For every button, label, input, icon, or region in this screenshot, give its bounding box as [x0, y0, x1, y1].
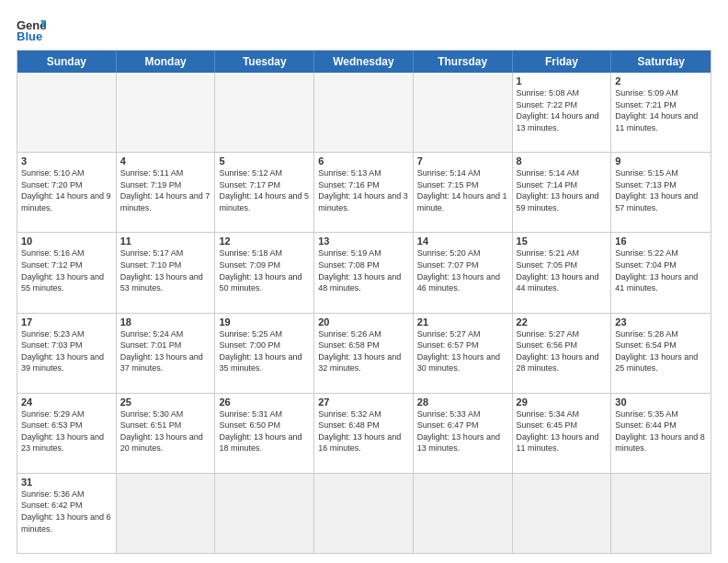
day-number: 20 [318, 316, 409, 327]
day-number: 11 [120, 236, 211, 247]
day-info: Sunrise: 5:26 AM Sunset: 6:58 PM Dayligh… [318, 328, 409, 374]
calendar: SundayMondayTuesdayWednesdayThursdayFrid… [17, 50, 711, 554]
day-cell-19: 19Sunrise: 5:25 AM Sunset: 7:00 PM Dayli… [215, 314, 314, 393]
day-cell-12: 12Sunrise: 5:18 AM Sunset: 7:09 PM Dayli… [215, 233, 314, 312]
day-number: 7 [417, 155, 508, 167]
day-cell-28: 28Sunrise: 5:33 AM Sunset: 6:47 PM Dayli… [414, 394, 513, 473]
day-info: Sunrise: 5:25 AM Sunset: 7:00 PM Dayligh… [219, 328, 310, 374]
calendar-row: 3Sunrise: 5:10 AM Sunset: 7:20 PM Daylig… [17, 153, 711, 233]
weekday-header-sunday: Sunday [17, 51, 117, 73]
day-cell-15: 15Sunrise: 5:21 AM Sunset: 7:05 PM Dayli… [513, 233, 612, 312]
day-info: Sunrise: 5:18 AM Sunset: 7:09 PM Dayligh… [219, 247, 310, 293]
day-number: 14 [417, 236, 508, 247]
day-number: 30 [615, 396, 707, 408]
day-number: 10 [21, 236, 112, 247]
empty-cell [215, 73, 314, 152]
logo: General Blue [17, 17, 46, 42]
day-cell-11: 11Sunrise: 5:17 AM Sunset: 7:10 PM Dayli… [117, 233, 216, 312]
day-info: Sunrise: 5:23 AM Sunset: 7:03 PM Dayligh… [21, 328, 112, 374]
day-number: 5 [219, 155, 310, 167]
calendar-row: 1Sunrise: 5:08 AM Sunset: 7:22 PM Daylig… [17, 73, 711, 153]
day-info: Sunrise: 5:21 AM Sunset: 7:05 PM Dayligh… [517, 247, 608, 293]
day-info: Sunrise: 5:17 AM Sunset: 7:10 PM Dayligh… [120, 247, 211, 293]
day-info: Sunrise: 5:14 AM Sunset: 7:15 PM Dayligh… [417, 167, 508, 213]
empty-cell [117, 474, 216, 553]
day-info: Sunrise: 5:31 AM Sunset: 6:50 PM Dayligh… [219, 408, 310, 454]
day-cell-17: 17Sunrise: 5:23 AM Sunset: 7:03 PM Dayli… [17, 314, 117, 393]
calendar-row: 17Sunrise: 5:23 AM Sunset: 7:03 PM Dayli… [17, 314, 711, 394]
day-cell-2: 2Sunrise: 5:09 AM Sunset: 7:21 PM Daylig… [611, 73, 711, 152]
day-number: 16 [615, 236, 707, 247]
day-info: Sunrise: 5:15 AM Sunset: 7:13 PM Dayligh… [615, 167, 707, 213]
empty-cell [414, 73, 513, 152]
calendar-body: 1Sunrise: 5:08 AM Sunset: 7:22 PM Daylig… [17, 73, 711, 553]
day-info: Sunrise: 5:08 AM Sunset: 7:22 PM Dayligh… [517, 87, 608, 133]
day-cell-8: 8Sunrise: 5:14 AM Sunset: 7:14 PM Daylig… [513, 153, 612, 232]
empty-cell [314, 474, 414, 553]
day-cell-10: 10Sunrise: 5:16 AM Sunset: 7:12 PM Dayli… [17, 233, 117, 312]
day-number: 19 [219, 316, 310, 327]
day-number: 23 [615, 316, 707, 327]
day-info: Sunrise: 5:11 AM Sunset: 7:19 PM Dayligh… [120, 167, 211, 213]
day-cell-29: 29Sunrise: 5:34 AM Sunset: 6:45 PM Dayli… [513, 394, 612, 473]
day-number: 2 [615, 75, 707, 86]
day-cell-31: 31Sunrise: 5:36 AM Sunset: 6:42 PM Dayli… [17, 474, 117, 553]
day-info: Sunrise: 5:32 AM Sunset: 6:48 PM Dayligh… [318, 408, 409, 454]
day-number: 29 [517, 396, 608, 408]
day-number: 1 [517, 75, 608, 86]
day-number: 27 [318, 396, 409, 408]
empty-cell [314, 73, 414, 152]
day-info: Sunrise: 5:14 AM Sunset: 7:14 PM Dayligh… [517, 167, 608, 213]
day-cell-6: 6Sunrise: 5:13 AM Sunset: 7:16 PM Daylig… [314, 153, 414, 232]
svg-text:Blue: Blue [17, 29, 42, 42]
day-info: Sunrise: 5:16 AM Sunset: 7:12 PM Dayligh… [21, 247, 112, 293]
empty-cell [611, 474, 711, 553]
day-info: Sunrise: 5:27 AM Sunset: 6:57 PM Dayligh… [417, 328, 508, 374]
day-info: Sunrise: 5:10 AM Sunset: 7:20 PM Dayligh… [21, 167, 112, 213]
empty-cell [414, 474, 513, 553]
page-header: General Blue [17, 17, 711, 42]
day-info: Sunrise: 5:36 AM Sunset: 6:42 PM Dayligh… [21, 488, 112, 534]
day-cell-5: 5Sunrise: 5:12 AM Sunset: 7:17 PM Daylig… [215, 153, 314, 232]
day-number: 9 [615, 155, 707, 167]
day-number: 3 [21, 155, 112, 167]
day-cell-3: 3Sunrise: 5:10 AM Sunset: 7:20 PM Daylig… [17, 153, 117, 232]
day-info: Sunrise: 5:20 AM Sunset: 7:07 PM Dayligh… [417, 247, 508, 293]
day-number: 22 [517, 316, 608, 327]
day-number: 18 [120, 316, 211, 327]
day-cell-14: 14Sunrise: 5:20 AM Sunset: 7:07 PM Dayli… [414, 233, 513, 312]
calendar-row: 31Sunrise: 5:36 AM Sunset: 6:42 PM Dayli… [17, 474, 711, 553]
weekday-header-wednesday: Wednesday [314, 51, 414, 73]
day-info: Sunrise: 5:13 AM Sunset: 7:16 PM Dayligh… [318, 167, 409, 213]
day-number: 26 [219, 396, 310, 408]
day-info: Sunrise: 5:33 AM Sunset: 6:47 PM Dayligh… [417, 408, 508, 454]
day-number: 21 [417, 316, 508, 327]
day-number: 25 [120, 396, 211, 408]
day-cell-18: 18Sunrise: 5:24 AM Sunset: 7:01 PM Dayli… [117, 314, 216, 393]
day-cell-23: 23Sunrise: 5:28 AM Sunset: 6:54 PM Dayli… [611, 314, 711, 393]
day-info: Sunrise: 5:35 AM Sunset: 6:44 PM Dayligh… [615, 408, 707, 454]
day-info: Sunrise: 5:24 AM Sunset: 7:01 PM Dayligh… [120, 328, 211, 374]
day-cell-27: 27Sunrise: 5:32 AM Sunset: 6:48 PM Dayli… [314, 394, 414, 473]
day-number: 13 [318, 236, 409, 247]
day-number: 8 [517, 155, 608, 167]
logo-icon: General Blue [17, 17, 46, 42]
day-cell-4: 4Sunrise: 5:11 AM Sunset: 7:19 PM Daylig… [117, 153, 216, 232]
day-cell-26: 26Sunrise: 5:31 AM Sunset: 6:50 PM Dayli… [215, 394, 314, 473]
day-info: Sunrise: 5:22 AM Sunset: 7:04 PM Dayligh… [615, 247, 707, 293]
day-cell-9: 9Sunrise: 5:15 AM Sunset: 7:13 PM Daylig… [611, 153, 711, 232]
day-number: 24 [21, 396, 112, 408]
weekday-header-friday: Friday [513, 51, 612, 73]
calendar-row: 10Sunrise: 5:16 AM Sunset: 7:12 PM Dayli… [17, 233, 711, 313]
calendar-row: 24Sunrise: 5:29 AM Sunset: 6:53 PM Dayli… [17, 394, 711, 474]
day-number: 17 [21, 316, 112, 327]
day-number: 6 [318, 155, 409, 167]
weekday-header-tuesday: Tuesday [215, 51, 314, 73]
weekday-header-thursday: Thursday [414, 51, 513, 73]
day-cell-21: 21Sunrise: 5:27 AM Sunset: 6:57 PM Dayli… [414, 314, 513, 393]
day-cell-22: 22Sunrise: 5:27 AM Sunset: 6:56 PM Dayli… [513, 314, 612, 393]
day-info: Sunrise: 5:28 AM Sunset: 6:54 PM Dayligh… [615, 328, 707, 374]
empty-cell [17, 73, 117, 152]
empty-cell [215, 474, 314, 553]
day-cell-24: 24Sunrise: 5:29 AM Sunset: 6:53 PM Dayli… [17, 394, 117, 473]
